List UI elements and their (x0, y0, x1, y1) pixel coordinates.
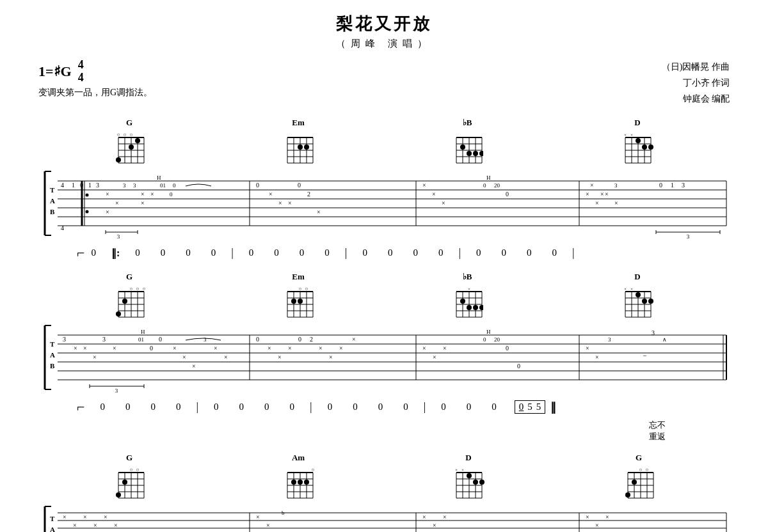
svg-text:×: × (624, 286, 627, 292)
svg-text:3: 3 (608, 336, 611, 343)
chord-g3-diagram: ○ ○ (113, 466, 145, 499)
svg-text:1: 1 (88, 182, 92, 189)
s2-note-2: 0 (125, 402, 131, 412)
tab-staff-2: T A B 3 × × × 3 × H 01 0 (38, 322, 730, 393)
key-signature: 1=♯G (38, 63, 72, 80)
svg-text:○: ○ (299, 286, 302, 292)
svg-text:×: × (586, 345, 589, 352)
svg-text:20: 20 (494, 182, 500, 189)
svg-text:×: × (288, 199, 292, 207)
svg-text:0: 0 (298, 182, 301, 189)
chord-g-diagram: ○ ○ ○ (113, 131, 145, 164)
svg-text:×: × (192, 363, 196, 370)
svg-point-289 (479, 480, 484, 485)
svg-text:×: × (443, 513, 447, 520)
svg-text:×: × (73, 522, 77, 529)
chord-section-3: G ○ ○ Am ○ (38, 453, 730, 499)
svg-text:H: H (157, 175, 161, 181)
section-start-bracket: ⌐ (77, 245, 84, 262)
s2-note-12: 0 (403, 402, 408, 412)
staff-section-1: T A B 4 4 1 0 1 (38, 168, 730, 239)
svg-text:×: × (605, 191, 609, 198)
chord-bb2-diagram: × (451, 285, 483, 318)
svg-text:B: B (50, 362, 55, 370)
svg-text:○: ○ (136, 286, 140, 292)
svg-text:×: × (468, 286, 470, 292)
chord-g-2: G ○ ○ ○ (113, 272, 145, 318)
chord-d2-label: D (634, 272, 640, 282)
svg-text:0: 0 (80, 182, 83, 189)
svg-text:×: × (104, 513, 108, 520)
svg-text:○: ○ (312, 467, 314, 473)
note-0-2: 0 (135, 247, 140, 258)
svg-point-26 (298, 145, 303, 150)
svg-text:×: × (455, 467, 458, 473)
bar-4: | (572, 246, 575, 260)
chord-g4-label: G (636, 453, 642, 463)
svg-text:0: 0 (517, 363, 520, 370)
svg-text:×: × (74, 345, 77, 352)
chord-g3-label: G (126, 453, 132, 463)
svg-text:4: 4 (61, 224, 64, 231)
svg-text:4: 4 (61, 182, 64, 189)
note-0-17: 0 (552, 247, 557, 258)
svg-text:×: × (114, 522, 118, 529)
staff-section-2: T A B 3 × × × 3 × H 01 0 (38, 322, 730, 393)
page: 梨花又开放 （周峰 演唱） 1=♯G 4 4 变调夹第一品，用G调指法。 （日)… (0, 0, 768, 532)
svg-text:×: × (113, 345, 116, 352)
chord-am-label: Am (292, 453, 305, 463)
svg-text:×: × (266, 522, 270, 529)
svg-text:0: 0 (506, 191, 509, 198)
arranger-credit: 钟庭会 编配 (662, 91, 730, 107)
svg-point-259 (116, 492, 121, 497)
note-0-6: 0 (249, 247, 254, 258)
svg-text:×: × (443, 345, 447, 352)
svg-text:0: 0 (170, 191, 173, 198)
svg-text:2: 2 (307, 191, 310, 198)
note-0-9: 0 (324, 247, 330, 258)
svg-text:01: 01 (138, 336, 144, 343)
s2-note-8: 0 (290, 402, 295, 412)
svg-text:×: × (586, 513, 589, 520)
s2-note-15: 0 (492, 402, 497, 412)
svg-text:×: × (600, 191, 604, 198)
note-0-12: 0 (413, 247, 418, 258)
chord-g-label: G (126, 118, 132, 128)
s2-note-11: 0 (378, 402, 383, 412)
svg-text:○: ○ (646, 467, 649, 473)
svg-point-140 (116, 311, 121, 317)
chord-d-3: D × × (451, 453, 486, 499)
chord-d3-label: D (465, 453, 471, 463)
svg-text:×: × (182, 354, 186, 361)
credits: （日)因幡晃 作曲 丁小齐 作词 钟庭会 编配 (662, 59, 730, 107)
svg-text:B: B (50, 208, 55, 215)
s2-bar-3: | (424, 400, 426, 414)
s2-bar-1: | (196, 400, 198, 414)
svg-text:0: 0 (256, 182, 259, 189)
chord-em2-label: Em (292, 272, 305, 282)
svg-text:A: A (50, 526, 55, 532)
svg-point-13 (116, 157, 121, 162)
s2-note-7: 0 (264, 402, 269, 412)
svg-text:○: ○ (124, 132, 127, 137)
svg-text:×: × (595, 522, 599, 529)
svg-text:×: × (329, 354, 333, 361)
s2-note-5: 0 (214, 402, 219, 412)
s2-end-note-5-2: 5 (536, 402, 541, 412)
svg-text:○: ○ (117, 132, 120, 137)
svg-point-40 (473, 151, 478, 156)
note-0-3: 0 (161, 247, 166, 258)
svg-text:3: 3 (96, 182, 99, 189)
chord-bb-2: ♭B × (451, 272, 483, 318)
bar-3: | (458, 246, 461, 260)
svg-text:×: × (422, 513, 426, 520)
note-0-13: 0 (438, 247, 444, 258)
svg-point-54 (636, 138, 641, 143)
s2-note-6: 0 (239, 402, 244, 412)
svg-text:T: T (50, 186, 55, 194)
svg-text:×: × (278, 199, 282, 207)
svg-text:×: × (442, 199, 445, 207)
s2-note-9: 0 (328, 402, 333, 412)
chord-em-1: Em (282, 118, 314, 164)
note-0-8: 0 (300, 247, 305, 258)
